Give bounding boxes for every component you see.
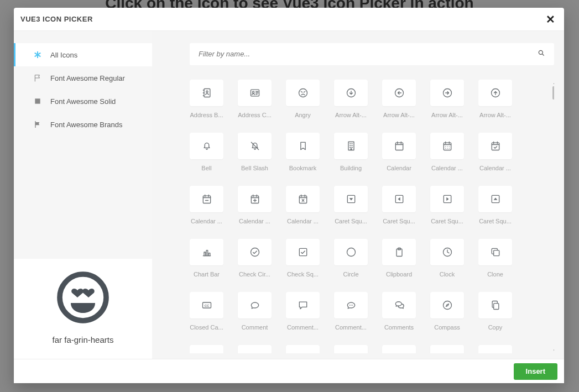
calendar-check-icon[interactable] [478, 133, 512, 159]
scroll-up-icon[interactable]: ▴ [552, 80, 554, 85]
icon-cell-edit[interactable]: Edit [382, 345, 416, 353]
icon-cell-caret-down[interactable]: Caret Squ... [334, 186, 368, 224]
sidebar-item-flag[interactable]: Font Awesome Regular [14, 66, 152, 90]
envelope-open-icon[interactable] [478, 345, 512, 353]
comment-dots-icon[interactable] [334, 292, 368, 318]
icon-cell-angry[interactable]: Angry [286, 80, 320, 118]
icon-cell-arrow-left[interactable]: Arrow Alt-... [382, 80, 416, 118]
copyright-icon[interactable] [190, 345, 223, 353]
comment-icon[interactable] [238, 292, 272, 318]
dizzy-icon[interactable] [286, 345, 320, 353]
calendar-times-icon[interactable] [286, 186, 320, 212]
icon-cell-envelope-open[interactable]: Envelope ... [478, 345, 512, 353]
icon-cell-calendar-alt[interactable]: Calendar ... [430, 133, 464, 171]
icon-cell-building[interactable]: Building [334, 133, 368, 171]
comments-icon[interactable] [382, 292, 416, 318]
address-card-icon[interactable] [238, 80, 272, 106]
building-icon[interactable] [334, 133, 368, 159]
insert-button[interactable]: Insert [514, 363, 557, 380]
icon-cell-comment-dots[interactable]: Comment... [334, 292, 368, 331]
compass-icon[interactable] [430, 292, 464, 318]
icon-cell-clone[interactable]: Clone [478, 239, 512, 278]
icon-cell-caret-right[interactable]: Caret Squ... [430, 186, 464, 224]
bell-slash-icon[interactable] [238, 133, 272, 159]
main-panel: Address B...Address C...AngryArrow Alt-.… [152, 31, 564, 359]
check-square-icon[interactable] [286, 239, 320, 265]
icon-cell-calendar-minus[interactable]: Calendar ... [190, 186, 223, 224]
icon-cell-calendar-plus[interactable]: Calendar ... [238, 186, 272, 224]
chart-bar-icon[interactable] [190, 239, 223, 265]
sidebar-item-square[interactable]: Font Awesome Solid [14, 90, 152, 113]
icon-cell-caret-up[interactable]: Caret Squ... [478, 186, 512, 224]
icon-cell-chart-bar[interactable]: Chart Bar [190, 239, 223, 278]
icon-cell-clipboard[interactable]: Clipboard [382, 239, 416, 278]
icon-cell-copy[interactable]: Copy [478, 292, 512, 331]
icon-cell-circle[interactable]: Circle [334, 239, 368, 278]
scroll-thumb[interactable] [552, 86, 554, 100]
icon-cell-dizzy[interactable]: Dizzy [286, 345, 320, 353]
arrow-up-icon[interactable] [478, 80, 512, 106]
search-input[interactable] [199, 50, 538, 58]
comment-alt-icon[interactable] [286, 292, 320, 318]
icon-cell-check-circle[interactable]: Check Cir... [238, 239, 272, 278]
calendar-plus-icon[interactable] [238, 186, 272, 212]
icon-cell-address-card[interactable]: Address C... [238, 80, 272, 118]
icon-cell-caret-left[interactable]: Caret Squ... [382, 186, 416, 224]
icon-cell-bell[interactable]: Bell [190, 133, 223, 171]
svg-point-8 [206, 91, 207, 92]
caret-down-icon[interactable] [334, 186, 368, 212]
icon-cell-address-book[interactable]: Address B... [190, 80, 223, 118]
calendar-minus-icon[interactable] [190, 186, 223, 212]
search-bar[interactable] [190, 43, 554, 65]
icon-cell-dot-circle[interactable]: Dot Circle [334, 345, 368, 353]
icon-cell-compass[interactable]: Compass [430, 292, 464, 331]
icon-cell-arrow-down[interactable]: Arrow Alt-... [334, 80, 368, 118]
angry-icon[interactable] [286, 80, 320, 106]
sidebar-item-flag-solid[interactable]: Font Awesome Brands [14, 113, 152, 136]
clone-icon[interactable] [478, 239, 512, 265]
clipboard-icon[interactable] [382, 239, 416, 265]
arrow-down-icon[interactable] [334, 80, 368, 106]
bookmark-icon[interactable] [286, 133, 320, 159]
scroll-down-icon[interactable]: ▾ [552, 348, 554, 353]
icon-cell-bell-slash[interactable]: Bell Slash [238, 133, 272, 171]
close-button[interactable]: ✕ [546, 14, 555, 25]
icon-cell-envelope[interactable]: Envelope [430, 345, 464, 353]
address-book-icon[interactable] [190, 80, 223, 106]
caret-up-icon[interactable] [478, 186, 512, 212]
icon-grid-scroll[interactable]: Address B...Address C...AngryArrow Alt-.… [190, 80, 554, 353]
icon-cell-bookmark[interactable]: Bookmark [286, 133, 320, 171]
icon-label: Circle [334, 271, 368, 278]
icon-cell-calendar[interactable]: Calendar [382, 133, 416, 171]
copy-icon[interactable] [478, 292, 512, 318]
icon-cell-check-square[interactable]: Check Sq... [286, 239, 320, 278]
envelope-icon[interactable] [430, 345, 464, 353]
sidebar-item-asterisk[interactable]: All Icons [14, 43, 152, 66]
arrow-right-icon[interactable] [430, 80, 464, 106]
arrow-left-icon[interactable] [382, 80, 416, 106]
icon-cell-calendar-times[interactable]: Calendar ... [286, 186, 320, 224]
icon-cell-copyright[interactable]: Copyright [190, 345, 223, 353]
icon-cell-arrow-right[interactable]: Arrow Alt-... [430, 80, 464, 118]
caret-right-icon[interactable] [430, 186, 464, 212]
icon-cell-calendar-check[interactable]: Calendar ... [478, 133, 512, 171]
icon-cell-comments[interactable]: Comments [382, 292, 416, 331]
dot-circle-icon[interactable] [334, 345, 368, 353]
edit-icon[interactable] [382, 345, 416, 353]
icon-cell-comment-alt[interactable]: Comment... [286, 292, 320, 331]
calendar-alt-icon[interactable] [430, 133, 464, 159]
bell-icon[interactable] [190, 133, 223, 159]
circle-icon[interactable] [334, 239, 368, 265]
icon-cell-arrow-up[interactable]: Arrow Alt-... [478, 80, 512, 118]
clock-icon[interactable] [430, 239, 464, 265]
check-circle-icon[interactable] [238, 239, 272, 265]
scrollbar[interactable]: ▴ ▾ [552, 80, 554, 353]
icon-cell-cc[interactable]: CCClosed Ca... [190, 292, 223, 331]
cc-icon[interactable]: CC [190, 292, 223, 318]
icon-cell-credit-card[interactable]: Credit Card [238, 345, 272, 353]
calendar-icon[interactable] [382, 133, 416, 159]
caret-left-icon[interactable] [382, 186, 416, 212]
icon-cell-comment[interactable]: Comment [238, 292, 272, 331]
credit-card-icon[interactable] [238, 345, 272, 353]
icon-cell-clock[interactable]: Clock [430, 239, 464, 278]
